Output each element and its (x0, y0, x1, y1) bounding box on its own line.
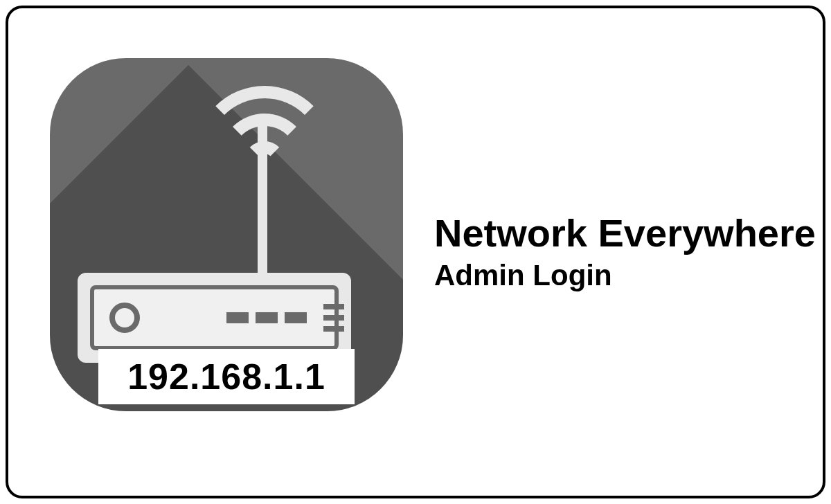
router-antenna (258, 114, 267, 273)
port-icon (285, 312, 307, 323)
port-icon (256, 312, 278, 323)
router-ports (226, 312, 307, 323)
ip-address-label: 192.168.1.1 (98, 349, 355, 404)
router-led-icon (109, 303, 140, 333)
router-panel (90, 285, 339, 350)
text-block: Network Everywhere Admin Login (434, 212, 816, 292)
main-frame: 192.168.1.1 Network Everywhere Admin Log… (6, 6, 825, 498)
page-subtitle: Admin Login (434, 259, 816, 292)
port-icon (226, 312, 249, 323)
page-title: Network Everywhere (434, 212, 816, 255)
router-icon-container: 192.168.1.1 (50, 58, 403, 446)
router-vents (323, 304, 344, 332)
vent-line (323, 304, 344, 309)
vent-line (323, 315, 344, 321)
vent-line (323, 326, 344, 332)
